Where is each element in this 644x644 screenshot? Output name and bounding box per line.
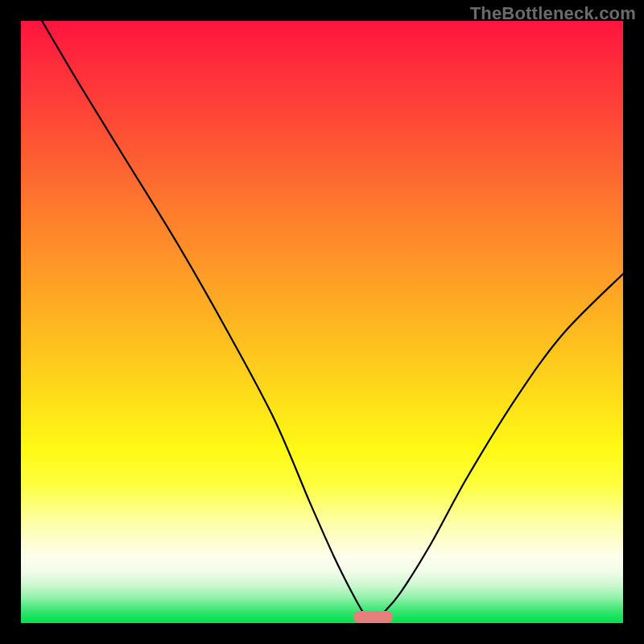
watermark-text: TheBottleneck.com xyxy=(470,3,636,24)
bottleneck-curve xyxy=(21,21,623,623)
chart-frame: TheBottleneck.com xyxy=(0,0,644,644)
minimum-marker xyxy=(353,611,393,623)
plot-area xyxy=(21,21,623,623)
